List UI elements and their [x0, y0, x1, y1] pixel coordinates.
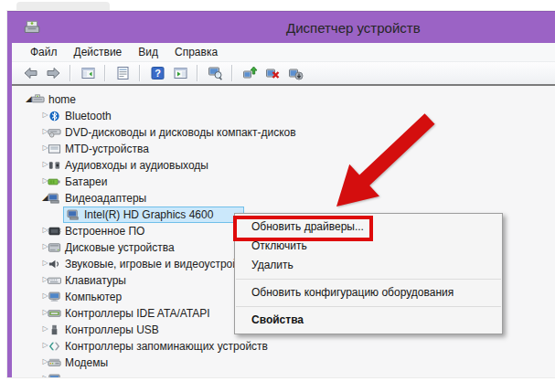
context-menu-item[interactable]: Обновить конфигурацию оборудования	[235, 283, 502, 302]
tree-item-body: Bluetooth	[44, 108, 115, 124]
usb-icon	[48, 324, 61, 335]
show-console-tree-icon[interactable]	[79, 65, 97, 81]
tree-item-label: Батареи	[65, 175, 107, 188]
device-manager-icon	[23, 18, 41, 37]
back-icon[interactable]	[21, 65, 39, 81]
help-icon[interactable]: ?	[148, 65, 166, 81]
tree-item-label: Модемы	[65, 356, 108, 369]
tree-item-body: Intel(R) HD Graphics 4600	[63, 207, 244, 223]
tree-item-body: Компьютер	[44, 289, 125, 305]
tree-item[interactable]: ▷Батареи	[12, 173, 555, 189]
tree-item-body: DVD-дисководы и дисководы компакт-дисков	[44, 124, 300, 141]
modem-icon	[48, 357, 61, 368]
toolbar: ?	[12, 62, 555, 86]
tree-item[interactable]: ▷Аудиовходы и аудиовыходы	[12, 156, 555, 173]
update-driver-icon[interactable]	[240, 65, 259, 81]
tree-item-label: Контроллеры IDE ATA/ATAPI	[65, 307, 210, 320]
tree-item-body: Контроллеры USB	[44, 322, 163, 338]
context-menu-item[interactable]: Свойства	[235, 311, 502, 330]
tree-item-label: Intel(R) HD Graphics 4600	[84, 208, 213, 221]
tree-item[interactable]: ▷Модемы	[12, 354, 555, 370]
scan-hardware-changes-icon[interactable]	[286, 65, 304, 81]
window-title: Диспетчер устройств	[286, 12, 421, 44]
tree-item-label: Контроллеры запоминающих устройств	[65, 340, 268, 353]
tree-item-body: Видеоадаптеры	[44, 190, 150, 207]
tree-item-label: Клавиатуры	[65, 274, 126, 287]
tree-item-label: Встроенное ПО	[65, 225, 144, 238]
menu-help[interactable]: Справка	[167, 44, 225, 60]
mtd-device-icon	[48, 143, 61, 154]
tree-item[interactable]: ▷Bluetooth	[12, 107, 555, 123]
tree-item[interactable]: ▷MTD-устройства	[12, 140, 555, 156]
tree-item-label: Контроллеры USB	[65, 323, 159, 336]
forward-icon[interactable]	[44, 65, 62, 81]
tree-item-label: Дисковые устройства	[65, 241, 175, 254]
uninstall-device-icon[interactable]	[263, 65, 282, 81]
battery-icon	[48, 176, 61, 187]
highlight-box	[233, 216, 373, 241]
context-menu-item[interactable]: Удалить	[235, 256, 502, 275]
toolbar-separator	[197, 65, 198, 81]
disk-drive-icon	[48, 242, 61, 253]
toolbar-separator	[139, 65, 141, 81]
tree-item-body: Дисковые устройства	[44, 239, 178, 256]
menubar: ФайлДействиеВидСправка	[12, 43, 555, 62]
menu-action[interactable]: Действие	[67, 44, 130, 60]
tree-item-body: Аудиовходы и аудиовыходы	[44, 157, 212, 174]
tree-item-label: home	[48, 93, 76, 106]
dvd-drive-icon	[48, 127, 61, 138]
menu-separator	[236, 279, 501, 280]
tree-item-body: Контроллеры IDE ATA/ATAPI	[44, 305, 214, 322]
keyboard-icon	[48, 275, 61, 286]
audio-jack-icon	[48, 160, 61, 171]
toolbar-separator	[231, 65, 233, 81]
tree-item-body: Клавиатуры	[44, 272, 130, 289]
tree-item[interactable]: ◢Видеоадаптеры	[12, 189, 555, 206]
video-adapter-icon	[67, 209, 80, 220]
tree-item-label: DVD-дисководы и дисководы компакт-дисков	[65, 126, 296, 139]
monitor-icon	[48, 374, 61, 377]
tree-item-body: Контроллеры запоминающих устройств	[44, 338, 272, 355]
tree-item-label: MTD-устройства	[65, 143, 149, 155]
firmware-chip-icon	[48, 226, 61, 237]
menu-file[interactable]: Файл	[23, 44, 65, 60]
tree-item-body: Батареи	[44, 174, 111, 190]
toolbar-separator	[69, 65, 71, 81]
ide-controller-icon	[48, 308, 61, 319]
tree-item-body: Встроенное ПО	[44, 223, 148, 239]
computer-dock-icon	[31, 94, 45, 105]
svg-text:?: ?	[155, 68, 161, 79]
menu-separator	[236, 306, 501, 307]
video-adapter-icon	[48, 193, 61, 204]
tree-item[interactable]: ▷DVD-дисководы и дисководы компакт-диско…	[12, 123, 555, 140]
tree-item-label: Аудиовходы и аудиовыходы	[65, 159, 208, 172]
computer-icon	[48, 291, 61, 302]
action-pane-icon[interactable]	[171, 65, 189, 81]
tree-item[interactable]: ◢home	[12, 90, 555, 107]
tree-item-body	[44, 371, 69, 377]
scan-computer-icon[interactable]	[206, 65, 224, 81]
tree-item-body: MTD-устройства	[44, 141, 153, 157]
tree-item-label: Bluetooth	[65, 110, 112, 122]
tree-item-body: Звуковые, игровые и видеоустройства	[44, 256, 264, 272]
tree-item-body: home	[27, 91, 80, 108]
tree-item-label: Компьютер	[65, 291, 122, 303]
tree-item-label: Видеоадаптеры	[65, 192, 146, 205]
storage-controller-icon	[48, 341, 61, 352]
menu-view[interactable]: Вид	[131, 44, 165, 60]
speaker-icon	[48, 259, 61, 270]
toolbar-separator	[104, 65, 106, 81]
tree-item[interactable]: ▷	[12, 370, 555, 377]
tree-item-label: Звуковые, игровые и видеоустройства	[65, 258, 261, 270]
titlebar[interactable]: Диспетчер устройств	[7, 11, 555, 44]
tree-item[interactable]: ▷Контроллеры запоминающих устройств	[12, 337, 555, 354]
properties-icon[interactable]	[113, 65, 132, 81]
bluetooth-icon	[48, 111, 61, 122]
tree-item-body: Модемы	[44, 355, 112, 371]
background-window-edge	[16, 2, 110, 10]
